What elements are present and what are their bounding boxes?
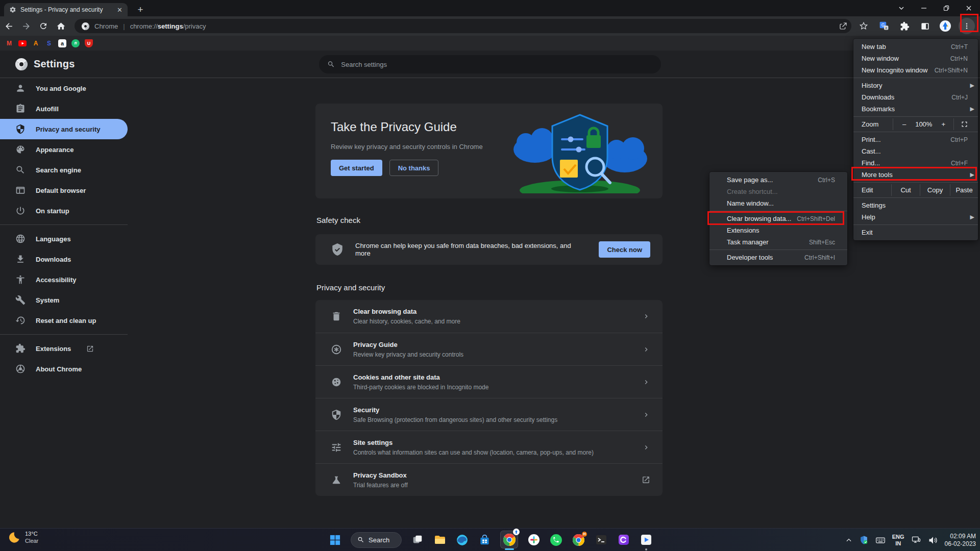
home-icon[interactable] — [52, 17, 69, 35]
row-clear-browsing-data[interactable]: Clear browsing dataClear history, cookie… — [315, 300, 663, 333]
zoom-in-button[interactable]: + — [941, 120, 945, 128]
submenu-item-task-manager[interactable]: Task managerShift+Esc — [709, 236, 847, 248]
bookmark-amazon-icon[interactable]: a — [58, 39, 66, 47]
sidebar-item-autofill[interactable]: Autofill — [0, 98, 128, 119]
forward-icon[interactable] — [17, 17, 35, 35]
reload-icon[interactable] — [35, 17, 52, 35]
tray-clock[interactable]: 02:09 AM 06-02-2023 — [945, 533, 976, 548]
menu-item-cut[interactable]: Cut — [891, 184, 920, 196]
tray-volume-icon[interactable] — [928, 535, 938, 545]
menu-item-new-incognito-window[interactable]: New Incognito windowCtrl+Shift+N — [853, 64, 978, 76]
menu-item-paste[interactable]: Paste — [950, 184, 978, 196]
sidebar-item-languages[interactable]: Languages — [0, 229, 128, 249]
tray-show-hidden-icons[interactable] — [845, 537, 852, 544]
bookmark-ublock-icon[interactable]: U — [85, 39, 93, 47]
row-privacy-sandbox[interactable]: Privacy SandboxTrial features are off — [315, 463, 663, 496]
bookmark-star-icon[interactable] — [856, 19, 871, 33]
menu-item-new-tab[interactable]: New tabCtrl+T — [853, 41, 978, 53]
new-tab-button[interactable]: + — [134, 3, 147, 16]
settings-search[interactable] — [319, 55, 661, 73]
file-explorer-icon[interactable] — [433, 533, 447, 547]
get-started-button[interactable]: Get started — [331, 160, 382, 176]
translate-extension-icon[interactable]: Ga — [877, 19, 891, 33]
menu-item-new-window[interactable]: New windowCtrl+N — [853, 53, 978, 64]
side-panel-icon[interactable] — [918, 19, 932, 33]
guide-subtitle: Review key privacy and security controls… — [331, 143, 483, 151]
chrome-logo-icon — [503, 533, 516, 546]
minimize-button[interactable] — [913, 0, 935, 16]
tray-defender-icon[interactable] — [859, 535, 869, 545]
terminal-icon[interactable] — [594, 533, 608, 547]
start-button[interactable] — [328, 533, 342, 547]
row-site-settings[interactable]: Site settingsControls what information s… — [315, 431, 663, 463]
tray-touch-keyboard-icon[interactable] — [875, 535, 886, 545]
bookmark-gmail-icon[interactable]: M — [5, 39, 13, 47]
submenu-item-extensions[interactable]: Extensions — [709, 224, 847, 236]
share-icon[interactable] — [836, 19, 850, 33]
sidebar-item-you-and-google[interactable]: You and Google — [0, 78, 128, 98]
settings-search-input[interactable] — [341, 61, 653, 68]
edge-icon[interactable] — [455, 533, 469, 547]
back-icon[interactable] — [0, 17, 17, 35]
tray-network-icon[interactable] — [911, 535, 921, 545]
bookmark-youtube-icon[interactable] — [18, 39, 27, 47]
menu-item-copy[interactable]: Copy — [920, 184, 950, 196]
menu-item-cast[interactable]: Cast... — [853, 145, 978, 157]
row-cookies[interactable]: Cookies and other site dataThird-party c… — [315, 365, 663, 398]
sidebar-item-system[interactable]: System — [0, 290, 128, 310]
sidebar-item-search-engine[interactable]: Search engine — [0, 160, 128, 180]
submenu-item-save-page-as[interactable]: Save page as...Ctrl+S — [709, 174, 847, 186]
submenu-arrow-icon: ▶ — [970, 106, 974, 112]
highlight-menu-button — [960, 14, 978, 32]
no-thanks-button[interactable]: No thanks — [389, 160, 439, 176]
chrome-taskbar-active[interactable] — [500, 531, 518, 548]
restore-button[interactable] — [935, 0, 958, 16]
taskbar-weather-widget[interactable]: 13°C Clear — [7, 530, 38, 544]
movies-app-icon[interactable] — [639, 533, 653, 547]
menu-item-downloads[interactable]: DownloadsCtrl+J — [853, 91, 978, 103]
menu-item-settings[interactable]: Settings — [853, 199, 978, 211]
sidebar-item-on-startup[interactable]: On startup — [0, 201, 128, 221]
sidebar-item-accessibility[interactable]: Accessibility — [0, 269, 128, 290]
taskbar-search[interactable]: Search — [351, 532, 402, 548]
sidebar-item-reset-and-clean-up[interactable]: Reset and clean up — [0, 310, 128, 331]
row-security[interactable]: SecuritySafe Browsing (protection from d… — [315, 398, 663, 431]
slack-icon[interactable] — [527, 533, 541, 547]
sidebar-item-about-chrome[interactable]: About Chrome — [0, 359, 128, 379]
moon-icon — [7, 531, 21, 544]
menu-item-print[interactable]: Print...Ctrl+P — [853, 134, 978, 145]
menu-item-help[interactable]: Help▶ — [853, 211, 978, 223]
microsoft-store-icon[interactable] — [478, 533, 492, 547]
profile-avatar[interactable] — [938, 19, 952, 33]
address-bar[interactable]: Chrome | chrome://settings/privacy — [75, 19, 851, 33]
task-view-button[interactable] — [410, 533, 424, 547]
submenu-item-developer-tools[interactable]: Developer toolsCtrl+Shift+I — [709, 252, 847, 263]
check-now-button[interactable]: Check now — [599, 241, 650, 258]
tab-search-chevron-icon[interactable] — [890, 0, 913, 16]
menu-item-bookmarks[interactable]: Bookmarks▶ — [853, 103, 978, 115]
sidebar-item-extensions[interactable]: Extensions — [0, 338, 128, 359]
menu-item-exit[interactable]: Exit — [853, 227, 978, 238]
menu-item-history[interactable]: History▶ — [853, 80, 978, 91]
menu-divider — [709, 249, 847, 250]
whatsapp-icon[interactable] — [549, 533, 563, 547]
tab-close-icon[interactable]: ✕ — [116, 6, 124, 14]
fullscreen-button[interactable] — [953, 118, 968, 130]
clipchamp-icon[interactable] — [617, 533, 630, 547]
sidebar-item-downloads[interactable]: Downloads — [0, 249, 128, 269]
submenu-item-name-window[interactable]: Name window... — [709, 197, 847, 209]
tray-language-switcher[interactable]: ENG IN — [892, 534, 904, 547]
chrome-secondary-icon[interactable]: H — [572, 533, 585, 547]
sidebar-item-privacy-and-security[interactable]: Privacy and security — [0, 119, 128, 139]
highlight-clear-browsing-data — [707, 211, 844, 225]
extensions-puzzle-icon[interactable] — [897, 19, 912, 33]
sidebar-item-default-browser[interactable]: Default browser — [0, 180, 128, 201]
bookmark-animix-icon[interactable]: A — [32, 39, 40, 47]
sidebar-item-appearance[interactable]: Appearance — [0, 139, 128, 160]
browser-tab[interactable]: Settings - Privacy and security ✕ — [4, 3, 128, 16]
zoom-out-button[interactable]: – — [902, 120, 906, 128]
bookmark-fiverr-icon[interactable]: fi — [71, 39, 80, 47]
row-privacy-guide[interactable]: Privacy GuideReview key privacy and secu… — [315, 333, 663, 365]
menu-item-zoom: Zoom – 100% + — [853, 118, 978, 130]
bookmark-scribd-icon[interactable]: S — [45, 39, 53, 47]
